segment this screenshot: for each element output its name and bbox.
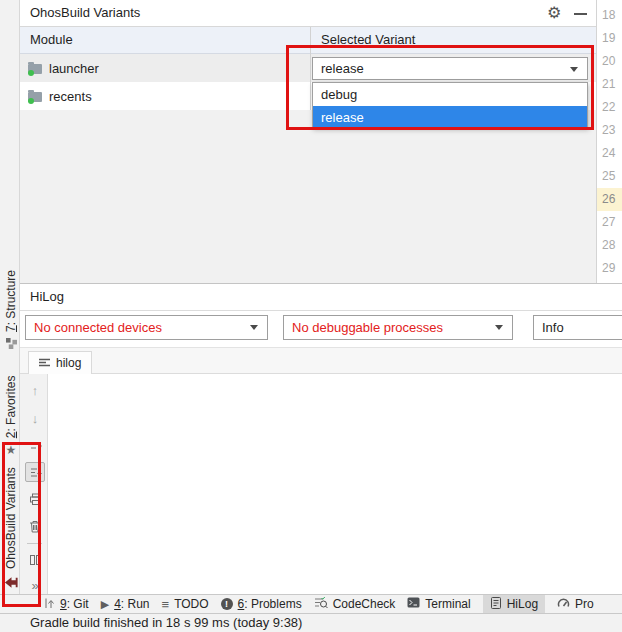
module-name: recents [49, 89, 92, 104]
line-number[interactable]: 20 [597, 50, 622, 73]
chevron-down-icon [570, 67, 578, 72]
panel-empty-area [20, 110, 596, 283]
terminal-icon [407, 597, 420, 611]
device-selector[interactable]: No connected devices [25, 315, 268, 340]
device-selector-value: No connected devices [34, 320, 162, 335]
list-icon: ≡ [162, 599, 170, 610]
sidebar-item-label: OhosBuild Variants [4, 467, 18, 569]
toolbar-item-label: 4: Run [114, 597, 149, 611]
toolbar-item-terminal[interactable]: Terminal [407, 595, 470, 614]
line-number[interactable]: 22 [597, 96, 622, 119]
hilog-log-output[interactable] [49, 374, 622, 594]
log-level-value: Info [542, 320, 564, 335]
toolbar-divider [27, 543, 42, 544]
module-folder-icon [28, 92, 42, 102]
hilog-tab-bar: hilog [20, 348, 622, 374]
chevron-down-icon [250, 325, 258, 330]
sidebar-item-ohosbuild-variants[interactable]: OhosBuild Variants [2, 467, 20, 590]
problems-icon: ! [221, 598, 233, 610]
clear-log-trash-icon[interactable] [27, 518, 43, 534]
hilog-panel-header: HiLog [20, 284, 622, 311]
toolbar-item-codecheck[interactable]: CodeCheck [314, 595, 396, 614]
panel-title: OhosBuild Variants [30, 5, 140, 20]
toolbar-item-label: Pro [575, 597, 594, 611]
sidebar-item-structure[interactable]: 7: Structure [2, 270, 20, 349]
module-name: launcher [49, 61, 99, 76]
tool-window-bar: 9: Git ▶ 4: Run ≡ TODO ! 6: Problems Cod… [0, 594, 622, 613]
minimize-icon[interactable] [574, 13, 587, 15]
profiler-gauge-icon [557, 597, 570, 611]
line-number[interactable]: 24 [597, 142, 622, 165]
soft-wrap-icon[interactable] [27, 438, 43, 454]
git-icon [44, 597, 55, 612]
line-number[interactable]: 28 [597, 234, 622, 257]
line-number[interactable]: 25 [597, 165, 622, 188]
dropdown-option-release[interactable]: release [313, 106, 587, 129]
tab-label: hilog [56, 356, 81, 370]
table-header: Module Selected Variant [20, 27, 596, 54]
sidebar-item-favorites[interactable]: ★ 2: Favorites [2, 376, 20, 455]
toolbar-item-git[interactable]: 9: Git [44, 595, 89, 614]
hilog-doc-icon [490, 597, 502, 612]
ide-window: 7: Structure ★ 2: Favorites OhosBuild Va… [0, 0, 622, 632]
process-selector-value: No debuggable processes [292, 320, 443, 335]
variant-combobox[interactable]: release [312, 57, 588, 80]
panel-header: OhosBuild Variants [20, 0, 596, 27]
line-number[interactable]: 29 [597, 257, 622, 280]
status-message: Gradle build finished in 18 s 99 ms (tod… [30, 614, 302, 632]
dropdown-option-debug[interactable]: debug [313, 83, 587, 106]
toolbar-item-label: HiLog [507, 597, 538, 611]
scroll-to-end-icon[interactable] [25, 462, 45, 482]
column-divider [310, 27, 311, 110]
split-panel-icon[interactable] [27, 552, 43, 568]
chevron-down-icon [495, 325, 503, 330]
toolbar-item-label: Terminal [425, 597, 470, 611]
toolbar-item-problems[interactable]: ! 6: Problems [221, 595, 302, 614]
log-level-selector[interactable]: Info [533, 315, 622, 340]
line-number[interactable]: 18 [597, 4, 622, 27]
codecheck-icon [314, 596, 328, 612]
expand-more-icon[interactable]: » [27, 577, 43, 593]
scroll-down-icon[interactable]: ↓ [27, 410, 43, 426]
column-header-module: Module [30, 32, 73, 47]
toolbar-item-hilog[interactable]: HiLog [483, 595, 545, 614]
toolbar-item-todo[interactable]: ≡ TODO [162, 595, 209, 614]
toolbar-item-label: TODO [174, 597, 208, 611]
variant-combobox-value: release [321, 61, 364, 76]
line-number-active[interactable]: 26 [597, 188, 622, 211]
toolbar-item-run[interactable]: ▶ 4: Run [101, 595, 150, 614]
status-bar: Gradle build finished in 18 s 99 ms (tod… [0, 613, 622, 632]
hilog-title: HiLog [30, 289, 64, 304]
star-icon: ★ [6, 443, 17, 457]
tab-hilog[interactable]: hilog [28, 351, 92, 374]
module-folder-icon [28, 64, 42, 74]
line-number[interactable]: 19 [597, 27, 622, 50]
print-icon[interactable] [27, 491, 43, 507]
log-lines-icon [39, 356, 50, 370]
structure-icon [6, 338, 17, 349]
toolbar-item-profiler[interactable]: Pro [557, 595, 594, 614]
line-number[interactable]: 21 [597, 73, 622, 96]
toolbar-item-label: 6: Problems [238, 597, 302, 611]
sidebar-item-label: 7: Structure [4, 270, 18, 332]
scroll-up-icon[interactable]: ↑ [27, 382, 43, 398]
play-icon: ▶ [101, 599, 109, 610]
toolbar-item-label: 9: Git [60, 597, 89, 611]
column-header-selected-variant: Selected Variant [321, 32, 415, 47]
sidebar-item-label: 2: Favorites [4, 376, 18, 439]
line-number[interactable]: 23 [597, 119, 622, 142]
editor-gutter: 17 18 19 20 21 22 23 24 25 26 27 28 29 [596, 0, 622, 283]
line-number[interactable]: 27 [597, 211, 622, 234]
toolbar-item-label: CodeCheck [333, 597, 396, 611]
gear-icon[interactable]: ⚙ [547, 4, 561, 22]
variant-dropdown-popup: debug release [312, 82, 588, 128]
hilog-toolbar: No connected devices No debuggable proce… [20, 311, 622, 348]
process-selector[interactable]: No debuggable processes [283, 315, 513, 340]
build-variants-arrow-icon [4, 575, 19, 590]
